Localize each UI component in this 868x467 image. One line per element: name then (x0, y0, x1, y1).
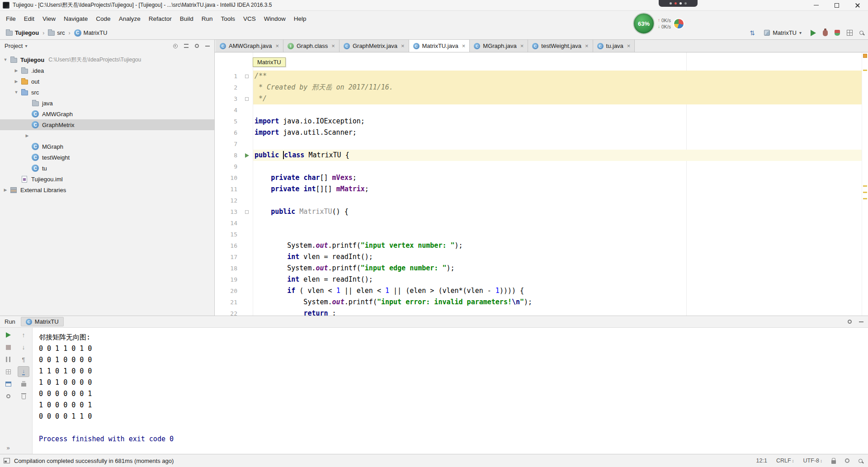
code-line-18[interactable]: 18 System.out.printf("input edge number:… (215, 263, 868, 274)
code-line-10[interactable]: 10 private char[] mVexs; (215, 172, 868, 184)
encoding-widget[interactable]: UTF-8 ↕ (803, 458, 822, 464)
run-button[interactable] (811, 30, 816, 36)
code-line-16[interactable]: 16 System.out.printf("input vertex numbe… (215, 240, 868, 251)
highlighting-level-icon[interactable] (845, 458, 849, 463)
breadcrumb-item-matrixtu[interactable]: CMatrixTU (73, 28, 109, 38)
code-line-20[interactable]: 20 if ( vlen < 1 || elen < 1 || (elen > … (215, 285, 868, 297)
rerun-button[interactable] (2, 330, 14, 340)
menu-item-tools[interactable]: Tools (217, 13, 240, 24)
menu-item-view[interactable]: View (38, 13, 60, 24)
search-everywhere-icon[interactable] (859, 31, 863, 35)
close-tab-icon[interactable]: × (585, 43, 589, 49)
code-line-12[interactable]: 12 (215, 195, 868, 206)
code-line-6[interactable]: 6import java.util.Scanner; (215, 127, 868, 138)
close-tab-icon[interactable]: × (462, 43, 466, 49)
tree-item-graphmetrix[interactable]: CGraphMetrix (0, 119, 214, 130)
tree-item-testweight[interactable]: CtestWeight (0, 152, 214, 163)
restore-layout-button[interactable] (2, 378, 14, 389)
collapse-all-icon[interactable] (184, 44, 189, 48)
debug-button[interactable] (823, 30, 828, 36)
editor-tab-amwgraph-java[interactable]: CAMWGraph.java× (216, 40, 283, 52)
code-line-14[interactable]: 14 (215, 217, 868, 229)
chevron-down-icon[interactable]: ▾ (25, 43, 27, 48)
tree-item-mgraph[interactable]: CMGraph (0, 141, 214, 152)
close-tab-icon[interactable]: × (627, 43, 631, 49)
hide-panel-icon[interactable] (205, 46, 210, 47)
up-stack-trace-button[interactable]: ↑ (18, 330, 29, 340)
code-line-11[interactable]: 11 private int[][] mMatrix; (215, 184, 868, 195)
tree-item-tujiegou-iml[interactable]: Tujiegou.iml (0, 174, 214, 184)
tree-chevron-icon[interactable]: ▶ (13, 79, 20, 84)
colorful-badge-icon[interactable] (674, 19, 684, 28)
readonly-lock-icon[interactable] (831, 460, 836, 464)
code-line-5[interactable]: 5import java.io.IOException; (215, 116, 868, 127)
stripe-mark[interactable] (863, 185, 867, 187)
memory-indicator[interactable]: 63% (633, 13, 655, 34)
tree-chevron-icon[interactable]: ▶ (2, 188, 9, 192)
close-tab-icon[interactable]: × (401, 43, 405, 49)
stripe-mark[interactable] (863, 192, 867, 193)
tree-chevron-icon[interactable]: ▼ (13, 90, 20, 94)
tree-item-unnamed[interactable]: ▶ (0, 130, 214, 141)
project-structure-button[interactable] (847, 30, 853, 36)
code-line-19[interactable]: 19 int elen = readInt(); (215, 274, 868, 285)
dump-threads-button[interactable] (2, 366, 14, 377)
code-line-8[interactable]: 8public class MatrixTU { (215, 150, 868, 161)
pause-output-button[interactable] (2, 354, 14, 365)
caret-position-widget[interactable]: 12:1 (756, 458, 767, 464)
tree-item-amwgraph[interactable]: CAMWGraph (0, 108, 214, 119)
tree-item-src[interactable]: ▼src (0, 87, 214, 98)
tree-item-idea[interactable]: ▶.idea (0, 65, 214, 76)
editor-tab-matrixtu-java[interactable]: CMatrixTU.java× (409, 40, 470, 52)
search-icon[interactable] (859, 459, 863, 463)
code-line-13[interactable]: 13 public MatrixTU() { (215, 206, 868, 217)
tree-item-java[interactable]: java (0, 98, 214, 108)
down-stack-trace-button[interactable]: ↓ (18, 342, 29, 353)
console-output[interactable]: 邻接矩阵无向图:0 0 1 1 0 1 00 0 1 0 0 0 01 1 0 … (33, 328, 868, 454)
expand-toolbar-icon[interactable]: » (6, 444, 9, 452)
tree-item-tu[interactable]: Ctu (0, 163, 214, 174)
editor-tab-graph-class[interactable]: IGraph.class× (283, 40, 340, 52)
menu-item-code[interactable]: Code (92, 13, 114, 24)
code-line-22[interactable]: 22 return ; (215, 308, 868, 316)
locate-icon[interactable] (173, 44, 178, 48)
menu-item-vcs[interactable]: VCS (239, 13, 260, 24)
close-tab-icon[interactable]: × (275, 43, 279, 49)
code-line-7[interactable]: 7 (215, 138, 868, 150)
menu-item-analyze[interactable]: Analyze (115, 13, 145, 24)
breadcrumb-item-src[interactable]: src (47, 28, 66, 37)
menu-item-file[interactable]: File (2, 13, 20, 24)
menu-item-navigate[interactable]: Navigate (60, 13, 92, 24)
hide-panel-icon[interactable] (859, 321, 863, 322)
stripe-mark[interactable] (863, 198, 867, 199)
minimize-button[interactable] (806, 0, 826, 10)
run-line-icon[interactable] (245, 153, 249, 158)
maximize-button[interactable] (826, 0, 847, 10)
menu-item-refactor[interactable]: Refactor (145, 13, 176, 24)
print-button[interactable] (18, 378, 29, 389)
code-line-1[interactable]: 1/** (215, 71, 868, 82)
scroll-to-end-button[interactable]: ↓ (18, 366, 29, 377)
code-line-9[interactable]: 9 (215, 161, 868, 172)
code-line-17[interactable]: 17 int vlen = readInt(); (215, 251, 868, 263)
editor[interactable]: 1/**2 * Created by 邢天岳 on 2017/11/16.3 *… (215, 52, 868, 316)
inspection-status-icon[interactable] (863, 54, 867, 58)
stripe-mark[interactable] (863, 70, 867, 71)
code-line-2[interactable]: 2 * Created by 邢天岳 on 2017/11/16. (215, 82, 868, 93)
editor-tab-mgraph-java[interactable]: CMGraph.java× (470, 40, 528, 52)
code-line-15[interactable]: 15 (215, 229, 868, 240)
code-line-21[interactable]: 21 System.out.printf("input error: inval… (215, 297, 868, 308)
editor-tab-graphmetrix-java[interactable]: CGraphMetrix.java× (340, 40, 409, 52)
gear-icon[interactable] (848, 320, 852, 324)
tree-item-tujiegou[interactable]: ▼TujiegouC:\Users\邢天岳\IdeaProjects\Tujie… (0, 54, 214, 65)
editor-tab-testweight-java[interactable]: CtestWeight.java× (528, 40, 593, 52)
menu-item-window[interactable]: Window (260, 13, 290, 24)
error-stripe[interactable] (862, 52, 868, 316)
close-button[interactable] (847, 0, 868, 10)
toolwindow-switcher-icon[interactable] (4, 458, 10, 463)
tree-item-external-libraries[interactable]: ▶External Libraries (0, 184, 214, 195)
fold-icon[interactable] (245, 210, 249, 214)
menu-item-run[interactable]: Run (198, 13, 217, 24)
settings-button[interactable] (2, 391, 14, 401)
menu-item-edit[interactable]: Edit (20, 13, 38, 24)
